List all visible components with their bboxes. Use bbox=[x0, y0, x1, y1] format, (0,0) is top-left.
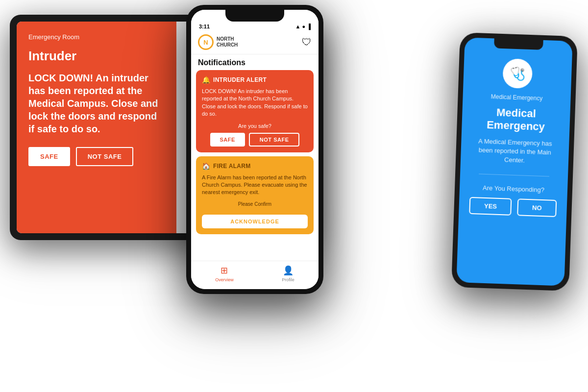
fire-alarm-title: FIRE ALARM bbox=[213, 163, 251, 170]
phone-right-device: 🩺 Medical Emergency Medical Emergency A … bbox=[451, 32, 578, 291]
medical-icon-circle: 🩺 bbox=[502, 58, 533, 89]
tablet-alert-panel: Emergency Room Intruder LOCK DOWN! An in… bbox=[17, 22, 176, 233]
tablet-room-label: Emergency Room bbox=[28, 33, 165, 41]
nc-logo-circle: N bbox=[198, 34, 214, 50]
phone-bottom-nav: ⊞ Overview 👤 Profile bbox=[191, 261, 318, 289]
medical-icon: 🩺 bbox=[510, 66, 526, 81]
divider bbox=[479, 173, 549, 176]
notifications-title: Notifications bbox=[191, 54, 318, 70]
phone-center-device: 3:11 ▲ ● ▐ N NORTH CHURCH 🛡 Notification… bbox=[186, 5, 323, 294]
tablet-action-buttons: SAFE NOT SAFE bbox=[28, 147, 165, 166]
phone-right-notch bbox=[494, 38, 543, 49]
intruder-alert-header: 🔔 INTRUDER ALERT bbox=[202, 76, 308, 84]
acknowledge-button[interactable]: ACKNOWLEDGE bbox=[202, 215, 308, 228]
yes-button[interactable]: YES bbox=[469, 196, 512, 215]
tablet-alert-message: LOCK DOWN! An intruder has been reported… bbox=[28, 72, 165, 135]
intruder-alert-message: LOCK DOWN! An intruder has been reported… bbox=[202, 88, 308, 118]
fire-alarm-message: A Fire Alarm has been reported at the No… bbox=[202, 174, 308, 196]
fire-confirm-label: Please Confirm bbox=[202, 201, 308, 207]
tablet-alert-type: Intruder bbox=[28, 49, 165, 64]
north-church-logo: N NORTH CHURCH bbox=[198, 34, 238, 50]
intruder-safe-question: Are you safe? bbox=[202, 123, 308, 129]
signal-icons: ▲ ● ▐ bbox=[295, 24, 311, 29]
intruder-icon: 🔔 bbox=[202, 76, 210, 84]
no-button[interactable]: NO bbox=[517, 198, 557, 217]
fire-icon: 🏠 bbox=[202, 162, 210, 170]
shield-icon: 🛡 bbox=[302, 37, 312, 48]
tablet-not-safe-button[interactable]: NOT SAFE bbox=[76, 147, 134, 166]
nav-profile[interactable]: 👤 Profile bbox=[282, 265, 294, 282]
profile-icon: 👤 bbox=[283, 265, 294, 276]
fire-alarm-header: 🏠 FIRE ALARM bbox=[202, 162, 308, 170]
medical-emergency-message: A Medical Emergency has been reported in… bbox=[470, 137, 560, 167]
overview-icon: ⊞ bbox=[220, 265, 228, 276]
nc-logo-text: NORTH CHURCH bbox=[217, 36, 238, 48]
intruder-alert-title: INTRUDER ALERT bbox=[213, 76, 267, 83]
phone-notch bbox=[225, 10, 284, 22]
tablet-safe-button[interactable]: SAFE bbox=[28, 147, 70, 166]
intruder-alert-buttons: SAFE NOT SAFE bbox=[202, 133, 308, 147]
intruder-not-safe-button[interactable]: NOT SAFE bbox=[249, 133, 300, 147]
fire-alarm-card: 🏠 FIRE ALARM A Fire Alarm has been repor… bbox=[196, 156, 314, 234]
yes-no-buttons: YES NO bbox=[469, 196, 557, 217]
phone-time: 3:11 bbox=[199, 24, 210, 29]
notifications-list: 🔔 INTRUDER ALERT LOCK DOWN! An intruder … bbox=[191, 70, 318, 261]
phone-right-screen: 🩺 Medical Emergency Medical Emergency A … bbox=[456, 37, 572, 286]
medical-label-small: Medical Emergency bbox=[491, 93, 543, 102]
intruder-alert-card: 🔔 INTRUDER ALERT LOCK DOWN! An intruder … bbox=[196, 70, 314, 152]
phone-header: N NORTH CHURCH 🛡 bbox=[191, 31, 318, 54]
intruder-safe-button[interactable]: SAFE bbox=[210, 133, 245, 147]
medical-emergency-title: Medical Emergency bbox=[471, 105, 561, 134]
responding-label: Are You Responding? bbox=[483, 184, 544, 193]
phone-center-screen: 3:11 ▲ ● ▐ N NORTH CHURCH 🛡 Notification… bbox=[191, 10, 318, 289]
nav-overview[interactable]: ⊞ Overview bbox=[215, 265, 234, 282]
